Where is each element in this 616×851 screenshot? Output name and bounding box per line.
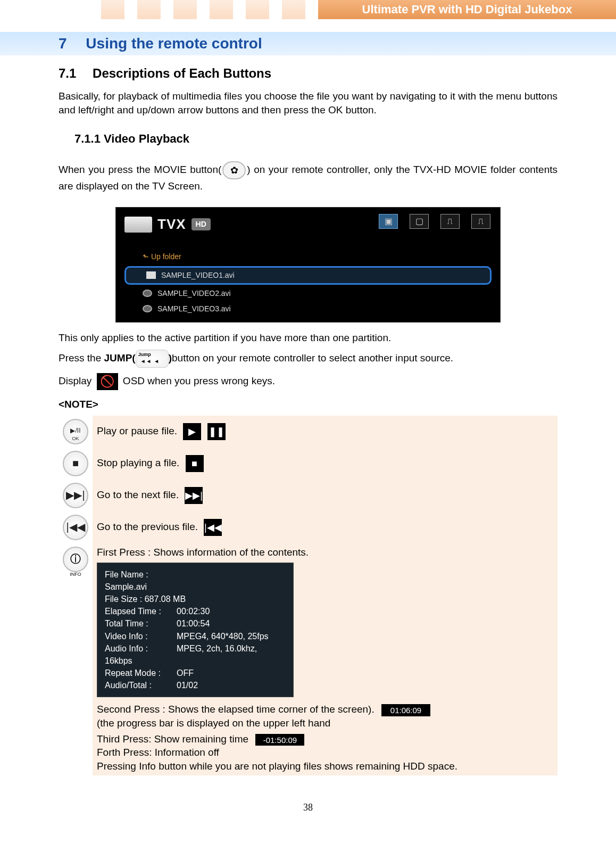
subsubsection-7-1-1-heading: 7.1.1 Video Playback [74, 131, 557, 147]
source-display-icon: ▢ [410, 214, 429, 229]
source-usb1-icon: ⎍ [440, 214, 460, 229]
label: File Name : [105, 570, 148, 579]
info-button-label: INFO [63, 571, 88, 577]
device-logo-icon [124, 217, 152, 233]
text: ▶/II [70, 427, 80, 434]
deco-tab [137, 0, 161, 19]
file-row: SAMPLE_VIDEO2.avi [122, 286, 494, 301]
note-text: Forth Press: Information off [97, 746, 553, 759]
label: Video Info : [105, 630, 177, 642]
source-icons: ▣ ▢ ⎍ ⎍ [379, 214, 490, 229]
play-osd-icon: ▶ [183, 423, 201, 440]
source-hdd-icon: ▣ [379, 214, 398, 229]
header-banner: Ultimate PVR with HD Digital Jukebox [318, 0, 616, 19]
logo-text: TVX [157, 215, 186, 234]
note-text: Go to the next file. [97, 489, 179, 500]
value: 00:02:30 [177, 607, 210, 616]
value: Sample.avi [105, 582, 147, 591]
value: -01:50:09 [263, 736, 297, 745]
hd-badge: HD [192, 218, 211, 230]
stop-osd-icon: ■ [186, 455, 204, 472]
deco-tab [173, 0, 197, 19]
label: Elapsed Time : [105, 605, 177, 617]
table-row: ▶▶| Go to the next file. ▶▶| [59, 480, 557, 511]
note-label: <NOTE> [59, 398, 557, 411]
next-osd-icon: ▶▶| [185, 487, 203, 504]
value: OFF [177, 668, 194, 678]
prev-osd-icon: |◀◀ [204, 519, 222, 536]
text: JUMP( [104, 352, 136, 363]
top-decoration: Ultimate PVR with HD Digital Jukebox [0, 0, 616, 19]
label: Repeat Mode : [105, 667, 177, 679]
prev-button-icon: |◀◀ [63, 515, 88, 540]
deco-tab [282, 0, 305, 19]
table-row: |◀◀ Go to the previous file. |◀◀ [59, 511, 557, 543]
subsection-7-1-heading: 7.1 Descriptions of Each Buttons [59, 65, 557, 82]
source-usb2-icon: ⎍ [471, 214, 490, 229]
info-button-icon: ⓘ [63, 547, 88, 572]
file-name: SAMPLE_VIDEO2.avi [157, 288, 231, 299]
text: When you press the MOVIE button( [59, 164, 221, 175]
value: 01/02 [177, 681, 198, 690]
subsection-number: 7.1 [59, 66, 76, 80]
elapsed-time-osd: 01:06:09 [381, 704, 430, 716]
info-osd-panel: File Name : Sample.avi File Size : 687.0… [97, 563, 294, 698]
remaining-time-osd: -01:50:09 [255, 734, 304, 746]
tv-screen-mock: TVX HD ▣ ▢ ⎍ ⎍ Up folder SAMPLE_VIDEO1.a… [115, 207, 501, 323]
wrong-key-paragraph: Display 🚫 OSD when you press wrong keys. [59, 373, 557, 390]
note-text: (the progress bar is displayed on the up… [97, 716, 553, 730]
note-text: Stop playing a file. [97, 457, 179, 468]
note-table: ▶/II OK Play or pause file. ▶ ❚❚ ■ Stop … [59, 416, 557, 775]
up-folder: Up folder [122, 239, 494, 265]
subsection-title: Descriptions of Each Buttons [93, 66, 271, 80]
next-button-icon: ▶▶| [63, 483, 88, 508]
forbidden-osd-icon: 🚫 [97, 373, 118, 390]
value: 01:00:54 [177, 619, 210, 628]
page-number: 38 [0, 791, 616, 829]
stop-button-icon: ■ [63, 451, 88, 476]
note-text: First Press : Shows information of the c… [97, 546, 553, 559]
deco-tab [246, 0, 269, 19]
video-file-icon [146, 271, 156, 279]
text: Press the [59, 352, 104, 363]
text: OK [70, 436, 80, 441]
note-text: Play or pause file. [97, 425, 177, 436]
pause-osd-icon: ❚❚ [207, 423, 226, 440]
value: 01:06:09 [390, 706, 421, 715]
section-header: 7 Using the remote control [0, 32, 616, 55]
table-row: ■ Stop playing a file. ■ [59, 448, 557, 480]
jump-paragraph: Press the JUMP()button on your remote co… [59, 350, 557, 368]
label: Audio/Total : [105, 679, 177, 691]
text: Display [59, 375, 95, 386]
section-number: 7 [59, 35, 67, 52]
note-text: Pressing Info button while you are not p… [97, 759, 553, 773]
table-row: ▶/II OK Play or pause file. ▶ ❚❚ [59, 416, 557, 448]
label: Audio Info : [105, 642, 177, 655]
file-name: SAMPLE_VIDEO3.avi [157, 304, 231, 314]
value: MPEG4, 640*480, 25fps [177, 632, 269, 641]
label: Total Time : [105, 617, 177, 630]
label: File Size : 687.08 MB [105, 594, 186, 604]
deco-tab [101, 0, 124, 19]
note-text: Second Press : Shows the elapsed time co… [97, 704, 374, 715]
text: OSD when you press wrong keys. [120, 375, 275, 386]
file-row-selected: SAMPLE_VIDEO1.avi [124, 266, 492, 285]
text: button on your remote controller to sele… [172, 352, 453, 363]
jump-button-icon [136, 350, 169, 368]
movie-button-icon: ✿ [222, 161, 246, 179]
play-ok-button-icon: ▶/II OK [63, 419, 88, 444]
movie-button-paragraph: When you press the MOVIE button(✿) on yo… [59, 161, 557, 193]
table-row: ⓘ INFO First Press : Shows information o… [59, 543, 557, 775]
note-text: Third Press: Show remaining time [97, 733, 248, 745]
note-text: Go to the previous file. [97, 521, 198, 532]
file-name: SAMPLE_VIDEO1.avi [161, 270, 235, 280]
section-title: Using the remote control [86, 35, 262, 52]
partition-note: This only applies to the active partitio… [59, 331, 557, 345]
deco-tab [210, 0, 233, 19]
video-file-icon [143, 305, 152, 312]
file-row: SAMPLE_VIDEO3.avi [122, 301, 494, 317]
video-file-icon [143, 290, 152, 297]
intro-paragraph: Basically, for playback of multimedia fi… [59, 89, 557, 117]
